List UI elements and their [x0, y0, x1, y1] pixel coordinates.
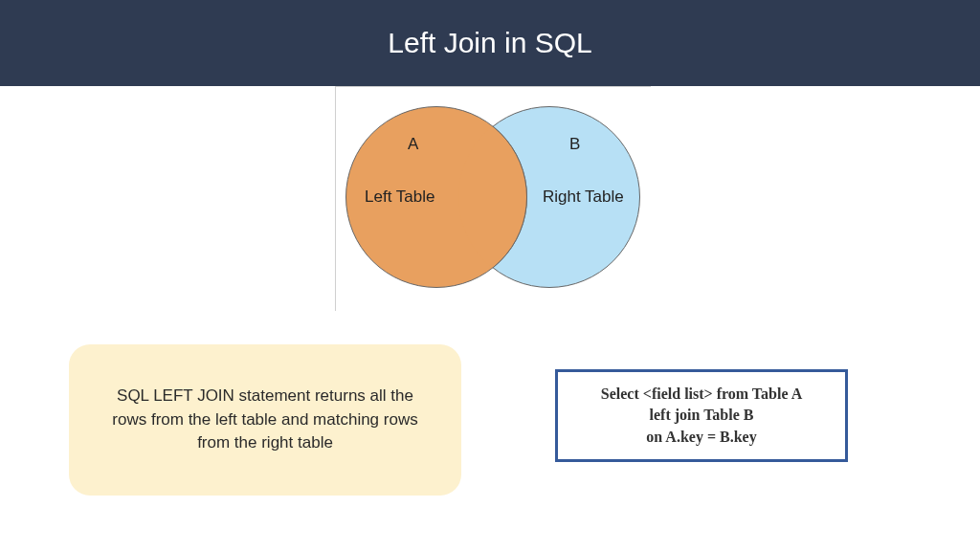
sql-line-1: Select <field list> from Table A [571, 384, 832, 405]
sql-line-2: left join Table B [571, 405, 832, 426]
venn-diagram: A B Left Table Right Table [336, 87, 652, 312]
description-text: SQL LEFT JOIN statement returns all the … [98, 385, 433, 455]
venn-label-a: A [408, 135, 418, 154]
slide-title: Left Join in SQL [388, 27, 591, 59]
slide-header: Left Join in SQL [0, 0, 980, 86]
venn-label-right-table: Right Table [543, 187, 624, 207]
description-callout: SQL LEFT JOIN statement returns all the … [69, 344, 461, 496]
venn-label-left-table: Left Table [365, 187, 434, 207]
venn-label-b: B [569, 135, 580, 154]
venn-diagram-frame: A B Left Table Right Table [335, 86, 651, 311]
sql-line-3: on A.key = B.key [571, 427, 832, 448]
sql-code-box: Select <field list> from Table A left jo… [555, 369, 848, 462]
